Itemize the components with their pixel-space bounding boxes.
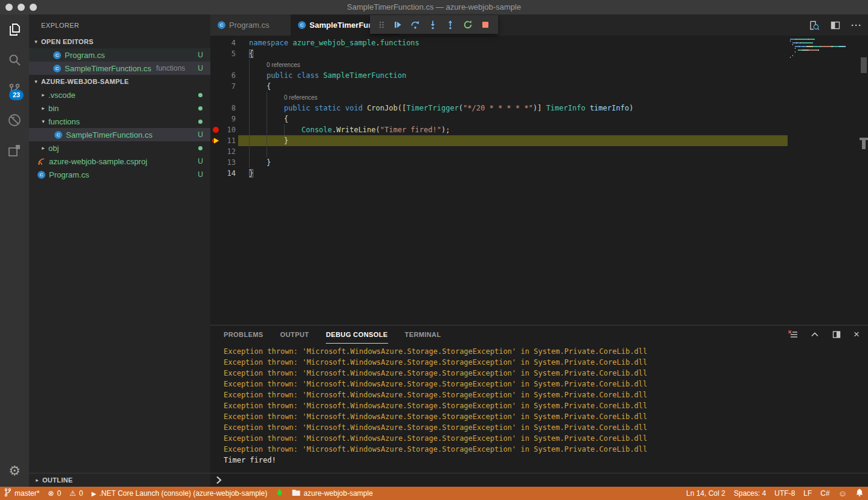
azure-functions-status[interactable] <box>271 487 288 500</box>
code-line[interactable]: 0 references <box>210 92 868 103</box>
stop-icon[interactable] <box>481 20 490 30</box>
cursor-position[interactable]: Ln 14, Col 2 <box>682 487 730 500</box>
line-number[interactable]: 13 <box>219 157 236 168</box>
feedback[interactable]: ☺ <box>834 487 851 500</box>
error-count[interactable]: ⊗ 0 <box>44 487 65 500</box>
workspace-folder[interactable]: azure-webjob-sample <box>288 487 377 500</box>
line-number[interactable]: 5 <box>219 48 236 59</box>
tab-debug-console[interactable]: DEBUG CONSOLE <box>326 325 387 344</box>
sidebar-item-search[interactable] <box>0 45 29 75</box>
tab-terminal[interactable]: TERMINAL <box>405 325 441 344</box>
code-line[interactable]: 14} <box>210 168 868 179</box>
warning-count-label: 0 <box>79 489 83 498</box>
csproj-file-icon <box>37 158 45 165</box>
tab-output[interactable]: OUTPUT <box>280 325 309 344</box>
encoding-setting[interactable]: UTF-8 <box>770 487 799 500</box>
section-label: OPEN EDITORS <box>41 38 94 45</box>
code-line[interactable]: 9 { <box>210 114 868 124</box>
clear-console-icon[interactable] <box>788 330 798 339</box>
sidebar-title: EXPLORER <box>29 14 210 35</box>
code-token: TimerInfo <box>546 104 585 112</box>
step-into-icon[interactable] <box>428 20 438 30</box>
minimap-line <box>790 48 858 49</box>
minimize-button[interactable] <box>18 4 25 11</box>
file-path-suffix: functions <box>156 64 185 72</box>
code-line[interactable]: 6 public class SampleTimerFunction <box>210 70 868 81</box>
sidebar-item-source-control[interactable]: 23 <box>0 75 29 105</box>
tree-item-file[interactable]: azure-webjob-sample.csprojU <box>29 155 210 168</box>
code-line[interactable]: 13 } <box>210 157 868 168</box>
code-text: public class SampleTimerFunction <box>249 70 406 81</box>
close-button[interactable] <box>5 4 13 11</box>
code-line[interactable]: 8 public static void CronJob([TimerTrigg… <box>210 103 868 114</box>
code-line[interactable]: 10 Console.WriteLine("Timer fired!"); <box>210 124 868 135</box>
step-over-icon[interactable] <box>410 20 420 30</box>
tree-item-file[interactable]: SampleTimerFunction.csU <box>29 128 210 141</box>
codelens-references[interactable]: 0 references <box>267 60 300 71</box>
language-mode[interactable]: C# <box>816 487 834 500</box>
workspace-folder-label: azure-webjob-sample <box>303 489 373 498</box>
sidebar-item-debug[interactable] <box>0 105 29 135</box>
code-line[interactable]: 0 references <box>210 59 868 70</box>
codelens-references[interactable]: 0 references <box>284 92 318 103</box>
collapse-panel-icon[interactable] <box>810 330 820 339</box>
line-number[interactable]: 9 <box>219 114 236 124</box>
code-line[interactable]: 12 <box>210 146 868 157</box>
code-editor[interactable]: 4namespace azure_webjob_sample.functions… <box>210 36 868 325</box>
minimap-token <box>801 42 813 43</box>
gear-icon[interactable]: ⚙ <box>8 461 21 481</box>
section-header-open-editors[interactable]: ▾OPEN EDITORS <box>29 35 210 48</box>
debug-console-input[interactable] <box>210 473 868 487</box>
outline-section-header[interactable]: ▸ OUTLINE <box>29 473 210 487</box>
tree-item-file[interactable]: Program.csU <box>29 168 210 181</box>
line-number[interactable]: 6 <box>219 70 236 81</box>
line-number[interactable]: 4 <box>219 37 236 48</box>
debug-launch-config[interactable]: ▶ .NET Core Launch (console) (azure-webj… <box>88 487 272 500</box>
tree-item-folder[interactable]: ▾functions <box>29 115 210 128</box>
line-number[interactable]: 14 <box>219 168 236 179</box>
continue-icon[interactable] <box>393 20 403 30</box>
scrollbar-slider[interactable] <box>861 57 867 73</box>
split-editor-icon[interactable] <box>830 20 841 31</box>
close-panel-icon[interactable]: × <box>853 330 860 339</box>
minimap-line <box>790 39 858 40</box>
sidebar-item-explorer[interactable] <box>0 14 29 45</box>
eol-setting[interactable]: LF <box>799 487 816 500</box>
tree-item-folder[interactable]: ▸obj <box>29 141 210 155</box>
indentation-setting[interactable]: Spaces: 4 <box>730 487 770 500</box>
tree-item-folder[interactable]: ▸.vscode <box>29 88 210 101</box>
open-editor-item[interactable]: SampleTimerFunction.csfunctionsU <box>29 62 210 75</box>
eol-label: LF <box>803 489 812 498</box>
open-editor-item[interactable]: Program.csU <box>29 48 210 62</box>
step-out-icon[interactable] <box>445 20 455 30</box>
open-changes-icon[interactable] <box>809 20 820 31</box>
line-number[interactable]: 8 <box>219 103 236 114</box>
line-number[interactable]: 7 <box>219 81 236 92</box>
section-header-workspace[interactable]: ▾AZURE-WEBJOB-SAMPLE <box>29 75 210 88</box>
code-token <box>249 115 284 123</box>
more-actions-icon[interactable]: ··· <box>851 22 862 28</box>
line-number[interactable]: 12 <box>219 146 236 157</box>
code-line[interactable]: 7 { <box>210 81 868 92</box>
warning-count[interactable]: ⚠ 0 <box>65 487 87 500</box>
restart-icon[interactable] <box>463 20 473 30</box>
sidebar-item-extensions[interactable] <box>0 135 29 165</box>
code-line[interactable]: 11 } <box>210 135 868 146</box>
tab-problems[interactable]: PROBLEMS <box>224 325 264 344</box>
minimap-line <box>790 57 858 58</box>
code-line[interactable]: 5{ <box>210 48 868 59</box>
line-number[interactable]: 10 <box>219 124 236 135</box>
branch-label: master* <box>15 489 39 498</box>
code-line[interactable]: 4namespace azure_webjob_sample.functions <box>210 37 868 48</box>
minimap[interactable] <box>788 36 860 325</box>
zoom-button[interactable] <box>30 4 37 11</box>
panel-tabs: PROBLEMS OUTPUT DEBUG CONSOLE TERMINAL <box>224 325 441 344</box>
csharp-file-icon <box>53 51 61 59</box>
git-branch-status[interactable]: master* <box>0 487 44 500</box>
notifications[interactable] <box>851 487 868 500</box>
tab-program-cs[interactable]: Program.cs <box>210 14 291 36</box>
drag-grip-icon[interactable] <box>378 20 385 30</box>
panel-layout-icon[interactable] <box>832 330 841 339</box>
tree-item-folder[interactable]: ▸bin <box>29 101 210 115</box>
line-number[interactable]: 11 <box>219 135 236 146</box>
